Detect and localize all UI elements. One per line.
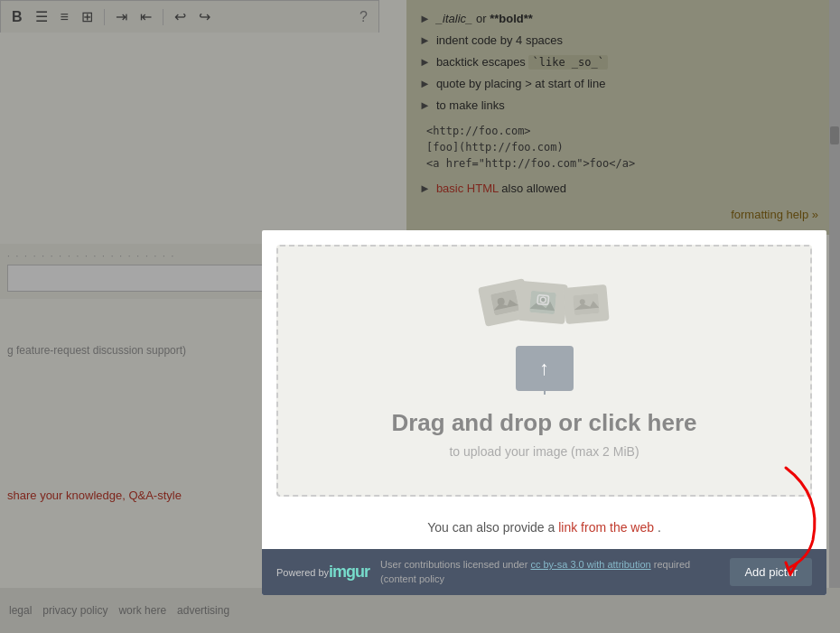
photo-icon-3 [563,284,609,324]
upload-arrow-box: ↑ [516,346,574,391]
photo-icon-2 [518,281,568,324]
drag-drop-text: Drag and drop or click here [391,409,696,437]
upload-arrow-line [544,387,546,395]
upload-icon-container: ↑ [472,283,617,391]
upload-subtext: to upload your image (max 2 MiB) [449,444,639,459]
red-arrow-annotation [714,459,831,579]
link-suffix-text: . [658,520,661,535]
license-text: User contributions licensed under cc by-… [369,558,730,586]
link-from-web[interactable]: link from the web [558,520,654,535]
imgur-logo: imgur [329,563,369,582]
link-prefix-text: You can also provide a [427,520,558,535]
powered-by-text: Powered by [276,567,329,578]
upload-arrow-icon: ↑ [539,358,549,378]
license-link[interactable]: cc by-sa 3.0 with attribution [530,559,650,570]
